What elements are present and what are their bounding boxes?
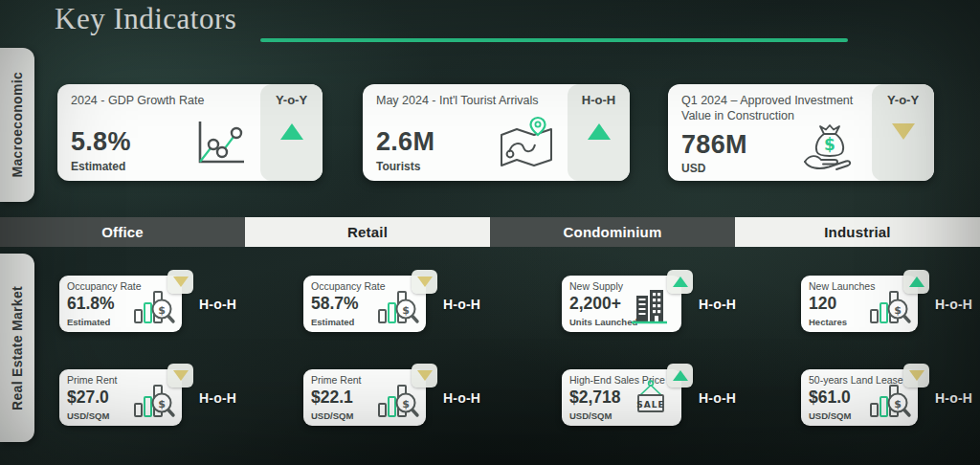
trend-badge xyxy=(167,270,193,294)
trend-badge xyxy=(903,364,929,388)
kpi-unit: Hectares xyxy=(809,317,847,327)
section-tab-macroeconomic: Macroeconomic xyxy=(0,48,34,202)
tab-office[interactable]: Office xyxy=(0,217,245,247)
kpi-title: Occupancy Rate xyxy=(67,280,142,292)
trend-down-icon xyxy=(892,123,915,140)
building-icon xyxy=(628,287,670,329)
tab-condominium[interactable]: Condominium xyxy=(490,217,735,247)
period-label: Y-o-Y xyxy=(887,93,919,107)
period-badge: Y-o-Y xyxy=(260,84,323,181)
svg-text:$: $ xyxy=(402,304,410,317)
kpi-title: New Launches xyxy=(809,280,875,292)
trend-up-icon xyxy=(673,370,688,381)
kpi-title: Prime Rent xyxy=(311,374,362,386)
kpi-value: 786M xyxy=(681,130,747,160)
bars-magnifier-icon: $ xyxy=(868,287,912,329)
kpi-card-industrial-new-launches: New Launches 120 Hectares $ xyxy=(801,276,918,332)
trend-down-icon xyxy=(173,370,189,381)
kpi-card-tourist-arrivals: May 2024 - Int'l Tourist Arrivals 2.6M T… xyxy=(363,84,630,181)
trend-badge xyxy=(412,364,437,388)
kpi-card-gdp-growth: 2024 - GDP Growth Rate 5.8% Estimated Y-… xyxy=(57,84,323,181)
tab-retail[interactable]: Retail xyxy=(245,217,490,247)
svg-text:$: $ xyxy=(894,304,902,317)
money-bag-hand-icon: $ xyxy=(800,122,856,175)
kpi-card-retail-occupancy: Occupancy Rate 58.7% Estimated $ xyxy=(303,276,426,332)
period-label: H-o-H xyxy=(935,390,972,406)
trend-up-icon xyxy=(280,123,303,140)
kpi-card-office-occupancy: Occupancy Rate 61.8% Estimated $ xyxy=(59,276,182,332)
kpi-title: New Supply xyxy=(569,280,623,292)
period-label: H-o-H xyxy=(582,93,615,107)
period-label: H-o-H xyxy=(699,297,736,312)
period-label: H-o-H xyxy=(199,390,236,406)
trend-up-icon xyxy=(588,123,611,140)
map-pin-icon xyxy=(496,116,557,175)
kpi-unit: Tourists xyxy=(376,160,420,173)
sale-sign-text: SALE xyxy=(636,400,664,410)
svg-text:$: $ xyxy=(158,304,166,317)
period-label: Y-o-Y xyxy=(276,93,307,107)
kpi-value: 61.8% xyxy=(67,294,115,314)
kpi-card-condo-sales-price: High-End Sales Price $2,718 USD/SQM SALE xyxy=(562,369,681,426)
kpi-title: 2024 - GDP Growth Rate xyxy=(71,93,254,108)
title-underline xyxy=(260,38,848,42)
line-chart-icon xyxy=(190,116,250,173)
kpi-title: Occupancy Rate xyxy=(311,280,386,292)
trend-down-icon xyxy=(173,277,189,287)
period-badge: H-o-H xyxy=(568,84,630,181)
bars-magnifier-icon: $ xyxy=(376,287,420,329)
kpi-value: $2,718 xyxy=(569,388,621,408)
property-type-tabbar: Office Retail Condominium Industrial xyxy=(0,217,980,247)
svg-text:$: $ xyxy=(402,398,410,410)
period-label: H-o-H xyxy=(443,297,480,312)
kpi-unit: USD/SQM xyxy=(809,410,851,421)
kpi-title: Q1 2024 – Approved Investment Value in C… xyxy=(681,93,865,124)
kpi-card-office-prime-rent: Prime Rent $27.0 USD/SQM $ xyxy=(59,369,182,426)
bars-magnifier-icon: $ xyxy=(132,381,176,423)
kpi-value: $61.0 xyxy=(809,388,851,408)
kpi-value: 5.8% xyxy=(71,127,131,157)
section-label-real-estate: Real Estate Market xyxy=(10,286,25,410)
svg-text:$: $ xyxy=(158,398,166,410)
period-badge: Y-o-Y xyxy=(872,84,934,181)
bars-magnifier-icon: $ xyxy=(376,381,420,423)
kpi-unit: Estimated xyxy=(71,160,125,173)
trend-badge xyxy=(903,270,929,294)
kpi-unit: USD xyxy=(681,162,705,175)
sale-sign-icon: SALE xyxy=(630,380,672,422)
kpi-unit: USD/SQM xyxy=(67,410,109,421)
kpi-value: $27.0 xyxy=(67,388,109,408)
period-label: H-o-H xyxy=(199,297,236,312)
period-label: H-o-H xyxy=(699,390,736,406)
kpi-value: $22.1 xyxy=(311,388,353,408)
svg-text:$: $ xyxy=(894,398,902,410)
section-tab-real-estate: Real Estate Market xyxy=(0,254,34,442)
period-label: H-o-H xyxy=(935,297,972,312)
kpi-card-approved-investment: Q1 2024 – Approved Investment Value in C… xyxy=(668,84,934,181)
kpi-unit: Estimated xyxy=(67,317,110,327)
svg-text:$: $ xyxy=(824,135,835,154)
trend-up-icon xyxy=(673,277,688,287)
trend-badge xyxy=(667,364,693,388)
kpi-card-retail-prime-rent: Prime Rent $22.1 USD/SQM $ xyxy=(303,369,426,426)
section-label-macroeconomic: Macroeconomic xyxy=(10,72,25,178)
page-title: Key Indicators xyxy=(55,2,236,36)
period-label: H-o-H xyxy=(443,390,480,406)
kpi-card-condo-new-supply: New Supply 2,200+ Units Launched xyxy=(562,276,681,332)
trend-down-icon xyxy=(909,370,924,381)
trend-badge xyxy=(667,270,693,294)
kpi-value: 2,200+ xyxy=(569,294,621,314)
kpi-title: May 2024 - Int'l Tourist Arrivals xyxy=(376,93,567,108)
trend-down-icon xyxy=(417,277,433,287)
trend-up-icon xyxy=(909,277,924,287)
kpi-title: Prime Rent xyxy=(67,374,118,386)
kpi-unit: USD/SQM xyxy=(311,410,353,421)
kpi-value: 58.7% xyxy=(311,294,359,314)
trend-badge xyxy=(412,270,437,294)
kpi-value: 2.6M xyxy=(376,127,434,157)
kpi-unit: USD/SQM xyxy=(569,410,612,421)
tab-industrial[interactable]: Industrial xyxy=(735,217,980,247)
trend-down-icon xyxy=(417,370,433,381)
bars-magnifier-icon: $ xyxy=(132,287,176,329)
kpi-unit: Estimated xyxy=(311,317,354,327)
